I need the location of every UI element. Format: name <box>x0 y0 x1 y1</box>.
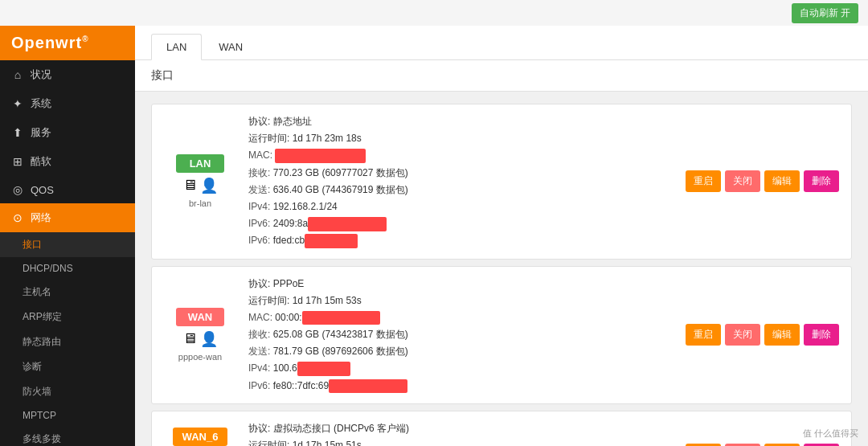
wan6-uptime: 运行时间: 1d 17h 15m 51s <box>248 438 674 446</box>
ruanuan-icon: ⊞ <box>11 155 24 168</box>
wan-edit-button[interactable]: 编辑 <box>764 324 800 346</box>
lan-delete-button[interactable]: 删除 <box>804 170 839 192</box>
wan-info: 协议: PPPoE 运行时间: 1d 17h 15m 53s MAC: 00:0… <box>248 276 674 394</box>
wan-device-icon2: 👤 <box>200 330 218 348</box>
sidebar-item-ruanuan[interactable]: ⊞ 酷软 <box>0 147 135 176</box>
lan-ipv6b: IPv6: fded:cb████████ <box>248 233 674 248</box>
interfaces-container: LAN 🖥 👤 br-lan 协议: 静态地址 运行时间: 1d 17h 23m… <box>135 92 868 446</box>
sidebar-label-status: 状况 <box>31 68 51 82</box>
wan-uptime: 运行时间: 1d 17h 15m 53s <box>248 293 674 309</box>
sidebar-item-diag[interactable]: 诊断 <box>0 354 135 379</box>
logo-sup: ® <box>82 35 88 43</box>
tab-wan[interactable]: WAN <box>203 34 258 59</box>
sidebar-item-static-route[interactable]: 静态路由 <box>0 329 135 354</box>
tabs-bar: LAN WAN <box>135 26 868 60</box>
wan-mac: MAC: 00:00:████████████ <box>248 310 674 325</box>
sidebar-label-ruanuan: 酷软 <box>31 154 51 169</box>
sidebar-label-services: 服务 <box>31 125 51 140</box>
sidebar-label-dhcp: DHCP/DNS <box>23 263 73 274</box>
lan-mac: MAC: ██████████████ <box>248 148 674 163</box>
wan6-protocol: 协议: 虚拟动态接口 (DHCPv6 客户端) <box>248 421 674 436</box>
wan-actions: 重启 关闭 编辑 删除 <box>686 324 839 346</box>
wan-delete-button[interactable]: 删除 <box>804 324 839 346</box>
wan-restart-button[interactable]: 重启 <box>686 324 721 346</box>
wan-iface-name: pppoe-wan <box>178 352 222 362</box>
sidebar-label-hostname: 主机名 <box>23 285 51 299</box>
wan-tx: 发送: 781.79 GB (897692606 数据包) <box>248 344 674 359</box>
sidebar-item-hostname[interactable]: 主机名 <box>0 280 135 305</box>
sidebar-label-iface: 接口 <box>23 238 42 252</box>
sidebar-item-multiwan[interactable]: 多线多拨 <box>0 427 135 446</box>
sidebar-item-network[interactable]: ⊙ 网络 <box>0 203 135 232</box>
qos-icon: ◎ <box>11 183 24 196</box>
lan-edit-button[interactable]: 编辑 <box>764 170 800 192</box>
wan-ipv4: IPv4: 100.6████████ <box>248 361 674 376</box>
lan-info: 协议: 静态地址 运行时间: 1d 17h 23m 18s MAC: █████… <box>248 114 674 249</box>
sidebar-label-system: 系统 <box>31 96 51 111</box>
section-heading: 接口 <box>135 60 868 92</box>
lan-badge-col: LAN 🖥 👤 br-lan <box>164 154 236 208</box>
lan-stop-button[interactable]: 关闭 <box>725 170 760 192</box>
network-icon: ⊙ <box>11 211 24 224</box>
wan-protocol: 协议: PPPoE <box>248 276 674 292</box>
sidebar: Openwrt® ⌂ 状况 ✦ 系统 ⬆ 服务 ⊞ 酷软 ◎ QOS ⊙ 网络 … <box>0 26 135 446</box>
watermark: 值 什么值得买 <box>803 428 858 440</box>
iface-card-wan: WAN 🖥 👤 pppoe-wan 协议: PPPoE 运行时间: 1d 17h… <box>151 266 852 404</box>
lan-mac-redacted: ██████████████ <box>275 149 366 163</box>
lan-tx: 发送: 636.40 GB (744367919 数据包) <box>248 182 674 198</box>
sidebar-item-qos[interactable]: ◎ QOS <box>0 176 135 203</box>
sidebar-label-network: 网络 <box>31 211 51 225</box>
auto-refresh-button[interactable]: 自动刷新 开 <box>792 3 858 23</box>
sidebar-label-firewall: 防火墙 <box>23 385 51 399</box>
lan-rx: 接收: 770.23 GB (609777027 数据包) <box>248 166 674 181</box>
lan-iface-name: br-lan <box>189 198 211 208</box>
wan-badge-col: WAN 🖥 👤 pppoe-wan <box>164 308 236 362</box>
sidebar-item-mptcp[interactable]: MPTCP <box>0 404 135 427</box>
sidebar-item-dhcp[interactable]: DHCP/DNS <box>0 257 135 280</box>
logo-text: Openwrt <box>11 34 82 51</box>
home-icon: ⌂ <box>11 68 24 81</box>
main-content: LAN WAN 接口 LAN 🖥 👤 br-lan 协议: 静态地址 运行时 <box>135 26 868 446</box>
sidebar-logo[interactable]: Openwrt® <box>0 26 135 60</box>
tab-lan[interactable]: LAN <box>151 34 202 60</box>
topbar: 自动刷新 开 <box>0 0 868 26</box>
sidebar-item-system[interactable]: ✦ 系统 <box>0 89 135 118</box>
wan-rx: 接收: 625.08 GB (743423817 数据包) <box>248 327 674 342</box>
wan-icon-row: 🖥 👤 <box>182 330 218 348</box>
lan-ipv6a: IPv6: 2409:8a████████████ <box>248 216 674 231</box>
main-layout: Openwrt® ⌂ 状况 ✦ 系统 ⬆ 服务 ⊞ 酷软 ◎ QOS ⊙ 网络 … <box>0 26 868 446</box>
sidebar-label-static-route: 静态路由 <box>23 335 61 349</box>
wan-badge: WAN <box>176 308 224 326</box>
sidebar-label-diag: 诊断 <box>23 360 42 374</box>
wan-stop-button[interactable]: 关闭 <box>725 324 760 346</box>
lan-device-icon2: 👤 <box>200 177 218 194</box>
iface-card-lan: LAN 🖥 👤 br-lan 协议: 静态地址 运行时间: 1d 17h 23m… <box>151 104 852 260</box>
lan-uptime: 运行时间: 1d 17h 23m 18s <box>248 131 674 146</box>
wan6-badge: WAN_6 <box>173 428 228 446</box>
iface-card-wan6: WAN_6 🖥 👤 pppoe-wan 协议: 虚拟动态接口 (DHCPv6 客… <box>151 411 852 446</box>
sidebar-label-mptcp: MPTCP <box>23 410 56 421</box>
sidebar-item-iface[interactable]: 接口 <box>0 232 135 257</box>
wan-device-icon: 🖥 <box>182 330 197 348</box>
lan-protocol: 协议: 静态地址 <box>248 114 674 129</box>
wan6-badge-col: WAN_6 🖥 👤 pppoe-wan <box>164 428 236 446</box>
lan-ipv6-redacted: ████████████ <box>308 217 387 231</box>
system-icon: ✦ <box>11 97 24 110</box>
sidebar-item-services[interactable]: ⬆ 服务 <box>0 118 135 147</box>
wan-ipv6: IPv6: fe80::7dfc:69████████████ <box>248 378 674 394</box>
sidebar-item-firewall[interactable]: 防火墙 <box>0 379 135 404</box>
lan-ipv6b-redacted: ████████ <box>305 234 358 248</box>
lan-restart-button[interactable]: 重启 <box>686 170 721 192</box>
services-icon: ⬆ <box>11 126 24 139</box>
sidebar-label-multiwan: 多线多拨 <box>23 432 61 446</box>
wan6-info: 协议: 虚拟动态接口 (DHCPv6 客户端) 运行时间: 1d 17h 15m… <box>248 421 674 446</box>
sidebar-label-arp: ARP绑定 <box>23 310 62 324</box>
sidebar-item-status[interactable]: ⌂ 状况 <box>0 60 135 89</box>
lan-ipv4: IPv4: 192.168.2.1/24 <box>248 199 674 215</box>
lan-device-icon: 🖥 <box>182 177 197 194</box>
sidebar-label-qos: QOS <box>31 184 54 196</box>
wan-mac-redacted: ████████████ <box>302 311 381 325</box>
sidebar-item-arp[interactable]: ARP绑定 <box>0 305 135 329</box>
lan-badge: LAN <box>176 154 224 173</box>
wan-ipv4-redacted: ████████ <box>297 362 350 376</box>
